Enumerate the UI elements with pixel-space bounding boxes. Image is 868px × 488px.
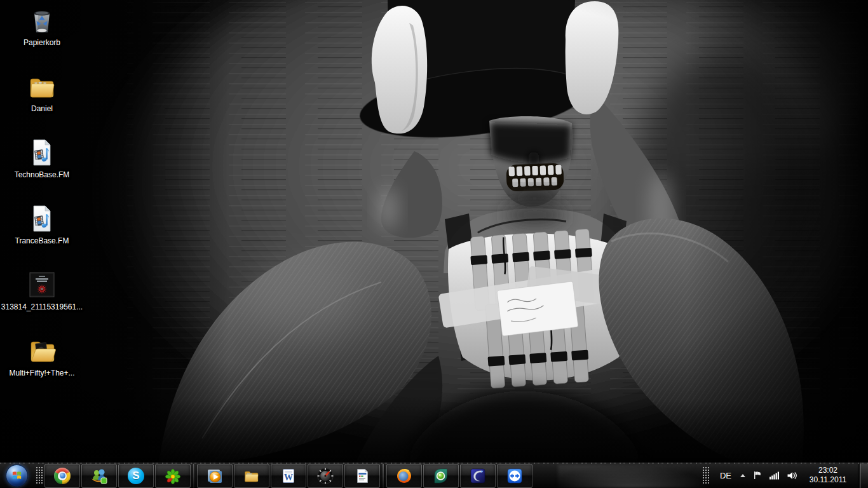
desktop-icon-label: 313814_21115319561... bbox=[1, 302, 83, 311]
taskbar-grip-handle[interactable] bbox=[35, 466, 43, 485]
taskbar-button-messenger[interactable] bbox=[81, 464, 117, 488]
desktop-icon-trancebase[interactable]: TranceBase.FM bbox=[0, 203, 84, 245]
taskbar-group-3 bbox=[386, 463, 532, 488]
taskbar-button-firefox[interactable] bbox=[386, 464, 422, 488]
start-button[interactable] bbox=[0, 463, 33, 488]
desktop-icon-label: TechnoBase.FM bbox=[15, 170, 70, 179]
desktop-icon-label: Papierkorb bbox=[24, 38, 60, 47]
volume-icon[interactable] bbox=[787, 471, 797, 480]
tray-grip-handle[interactable] bbox=[702, 466, 709, 485]
taskbar-button-teamviewer[interactable] bbox=[497, 464, 532, 488]
chrome-icon bbox=[54, 468, 71, 484]
clock-time: 23:02 bbox=[804, 466, 851, 475]
skype-s-glyph: S bbox=[132, 470, 139, 482]
taskbar-button-dial-knob[interactable] bbox=[308, 464, 343, 488]
taskbar: S bbox=[0, 463, 868, 488]
blue-swoosh-icon bbox=[469, 467, 487, 485]
teamviewer-icon bbox=[506, 467, 524, 485]
media-file-icon bbox=[27, 137, 57, 168]
word-w-glyph: W bbox=[284, 473, 293, 482]
taskbar-group-1: S bbox=[44, 463, 191, 488]
windows-explorer-icon bbox=[243, 467, 261, 485]
taskbar-separator bbox=[383, 464, 384, 488]
desktop-area: Papierkorb Daniel bbox=[0, 0, 868, 463]
taskbar-button-icq[interactable] bbox=[155, 464, 191, 488]
open-folder-icon bbox=[27, 336, 57, 366]
taskbar-button-media-player[interactable] bbox=[197, 464, 233, 488]
show-hidden-icons-chevron[interactable] bbox=[740, 474, 745, 477]
desktop-icon-label: Daniel bbox=[31, 104, 53, 113]
live-messenger-icon bbox=[90, 467, 108, 485]
word-icon: W bbox=[280, 467, 297, 485]
taskbar-button-word[interactable]: W bbox=[271, 464, 306, 488]
taskbar-button-skype[interactable]: S bbox=[118, 464, 154, 488]
dial-knob-icon bbox=[316, 467, 334, 485]
desktop-icon-image-file[interactable]: 313814_21115319561... bbox=[0, 269, 84, 311]
folder-icon bbox=[27, 71, 57, 102]
desktop-icon-multi-fifty-folder[interactable]: Multi+Fifty!+The+... bbox=[0, 336, 84, 377]
windows-desktop-screen: Papierkorb Daniel bbox=[0, 0, 868, 488]
desktop-icon-technobase[interactable]: TechnoBase.FM bbox=[0, 137, 84, 179]
green-lens-icon bbox=[432, 467, 450, 485]
taskbar-button-chrome[interactable] bbox=[44, 464, 80, 488]
firefox-icon bbox=[395, 467, 413, 485]
windows-media-player-icon bbox=[206, 467, 224, 485]
right-dark-fade bbox=[686, 0, 868, 463]
taskbar-separator bbox=[193, 464, 194, 488]
action-center-flag-icon[interactable] bbox=[752, 470, 763, 480]
desktop-icon-label: Multi+Fifty!+The+... bbox=[9, 369, 74, 377]
program-window-icon bbox=[353, 467, 371, 485]
image-file-icon bbox=[27, 269, 57, 300]
wallpaper-image bbox=[0, 0, 868, 463]
media-file-icon bbox=[27, 203, 57, 234]
desktop-icon-label: TranceBase.FM bbox=[15, 236, 69, 245]
desktop-icon-daniel-folder[interactable]: Daniel bbox=[0, 71, 84, 113]
skype-icon: S bbox=[128, 468, 144, 484]
icq-flower-icon bbox=[164, 467, 182, 485]
taskbar-button-green-lens-app[interactable] bbox=[423, 464, 459, 488]
language-indicator[interactable]: DE bbox=[718, 470, 733, 482]
desktop-icon-recycle-bin[interactable]: Papierkorb bbox=[0, 5, 84, 47]
show-desktop-button[interactable] bbox=[860, 463, 868, 488]
network-signal-icon[interactable] bbox=[770, 471, 780, 480]
tray-clock[interactable]: 23:02 30.11.2011 bbox=[804, 466, 851, 485]
taskbar-button-program-window[interactable] bbox=[344, 464, 380, 488]
taskbar-aero-reflection bbox=[558, 464, 718, 488]
taskbar-button-blue-swoosh-app[interactable] bbox=[460, 464, 496, 488]
taskbar-group-2: W bbox=[197, 463, 380, 488]
system-tray: DE bbox=[700, 463, 868, 488]
windows-start-orb-icon bbox=[6, 464, 28, 487]
clock-date: 30.11.2011 bbox=[804, 475, 851, 485]
recycle-bin-icon bbox=[27, 5, 57, 36]
taskbar-button-explorer[interactable] bbox=[234, 464, 269, 488]
